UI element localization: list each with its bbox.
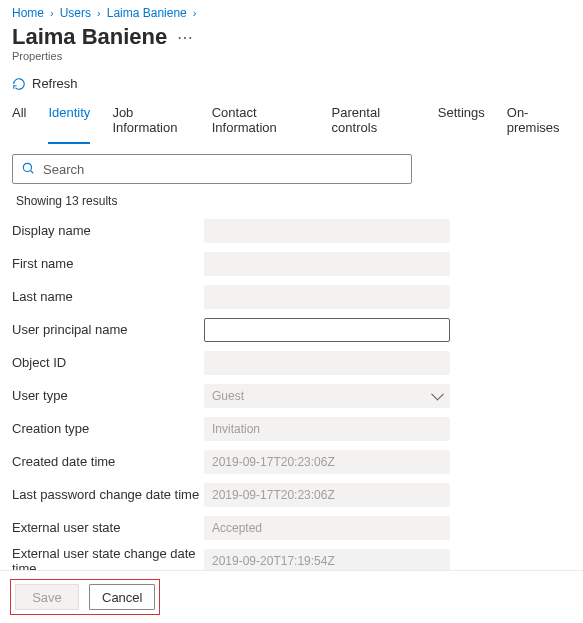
field-label: Created date time [12, 454, 204, 469]
field-first-name: First name [12, 247, 571, 280]
chevron-right-icon: › [50, 7, 54, 19]
breadcrumb: Home › Users › Laima Baniene › [0, 0, 583, 22]
field-value-dropdown[interactable]: Guest [204, 384, 450, 408]
tabs: All Identity Job Information Contact Inf… [0, 101, 583, 144]
breadcrumb-home[interactable]: Home [12, 6, 44, 20]
field-label: External user state [12, 520, 204, 535]
field-label: User principal name [12, 322, 204, 337]
field-creation-type: Creation type Invitation [12, 412, 571, 445]
footer-actions: Save Cancel [0, 570, 583, 623]
field-created-date: Created date time 2019-09-17T20:23:06Z [12, 445, 571, 478]
tab-settings[interactable]: Settings [438, 105, 485, 144]
field-value: 2019-09-17T20:23:06Z [204, 450, 450, 474]
search-input[interactable] [43, 162, 403, 177]
tab-identity[interactable]: Identity [48, 105, 90, 144]
field-external-state: External user state Accepted [12, 511, 571, 544]
field-value[interactable] [204, 285, 450, 309]
save-button[interactable]: Save [15, 584, 79, 610]
field-label: Display name [12, 223, 204, 238]
chevron-right-icon: › [97, 7, 101, 19]
field-object-id: Object ID [12, 346, 571, 379]
field-label: Object ID [12, 355, 204, 370]
field-value: 2019-09-17T20:23:06Z [204, 483, 450, 507]
cancel-button[interactable]: Cancel [89, 584, 155, 610]
results-count: Showing 13 results [0, 188, 583, 214]
tab-contact[interactable]: Contact Information [212, 105, 310, 144]
tab-parental[interactable]: Parental controls [332, 105, 416, 144]
search-box[interactable] [12, 154, 412, 184]
refresh-icon[interactable] [12, 77, 26, 91]
field-value: 2019-09-20T17:19:54Z [204, 549, 450, 573]
search-icon [21, 161, 35, 178]
field-value[interactable] [204, 219, 450, 243]
tab-onprem[interactable]: On-premises [507, 105, 571, 144]
breadcrumb-user[interactable]: Laima Baniene [107, 6, 187, 20]
field-value[interactable] [204, 318, 450, 342]
svg-line-1 [30, 170, 33, 173]
tab-all[interactable]: All [12, 105, 26, 144]
field-value: Accepted [204, 516, 450, 540]
properties-list: Display name First name Last name User p… [0, 214, 583, 623]
refresh-button[interactable]: Refresh [32, 76, 78, 91]
svg-point-0 [23, 163, 31, 171]
chevron-right-icon: › [193, 7, 197, 19]
page-title: Laima Baniene [12, 24, 167, 50]
field-label: Last password change date time [12, 487, 204, 502]
field-value: Invitation [204, 417, 450, 441]
field-last-name: Last name [12, 280, 571, 313]
breadcrumb-users[interactable]: Users [60, 6, 91, 20]
field-label: Creation type [12, 421, 204, 436]
save-highlight-box: Save Cancel [10, 579, 160, 615]
field-display-name: Display name [12, 214, 571, 247]
tab-job[interactable]: Job Information [112, 105, 189, 144]
field-user-type: User type Guest [12, 379, 571, 412]
more-icon[interactable]: ⋯ [177, 28, 193, 47]
field-value[interactable] [204, 351, 450, 375]
field-upn: User principal name [12, 313, 571, 346]
field-label: User type [12, 388, 204, 403]
field-last-password: Last password change date time 2019-09-1… [12, 478, 571, 511]
field-value[interactable] [204, 252, 450, 276]
field-label: First name [12, 256, 204, 271]
page-subtitle: Properties [0, 50, 583, 70]
field-label: Last name [12, 289, 204, 304]
